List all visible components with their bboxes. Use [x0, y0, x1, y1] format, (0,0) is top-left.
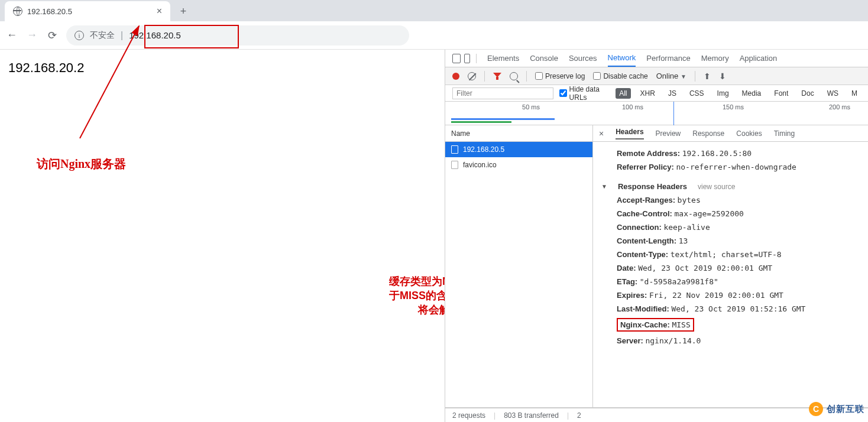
page-text: 192.168.20.2	[8, 60, 436, 76]
close-icon[interactable]: ×	[157, 6, 162, 17]
request-row-selected[interactable]: 192.168.20.5	[445, 142, 592, 157]
status-more: 2	[577, 411, 581, 420]
network-status-bar: 2 requests| 803 B transferred| 2	[445, 408, 868, 422]
network-filter-bar: Hide data URLs All XHR JS CSS Img Media …	[445, 85, 868, 102]
annotation-access-nginx: 访问Nginx服务器	[37, 156, 126, 172]
devtools-panel: Elements Console Sources Network Perform…	[445, 50, 868, 422]
dtab-preview[interactable]: Preview	[656, 129, 681, 138]
network-timeline[interactable]: 50 ms 100 ms 150 ms 200 ms	[445, 102, 868, 125]
tab-performance[interactable]: Performance	[646, 50, 690, 66]
response-headers-section[interactable]: ▼Response Headersview source	[601, 180, 860, 193]
online-dropdown[interactable]: Online ▼	[656, 72, 686, 80]
tab-title: 192.168.20.5	[27, 7, 152, 16]
detail-tabs: × Headers Preview Response Cookies Timin…	[593, 125, 868, 142]
filter-all[interactable]: All	[616, 88, 630, 99]
file-icon	[451, 161, 458, 169]
dtab-response[interactable]: Response	[692, 129, 724, 138]
request-detail: × Headers Preview Response Cookies Timin…	[593, 125, 868, 407]
download-icon[interactable]: ⬇	[719, 72, 726, 81]
browser-tab[interactable]: 192.168.20.5 ×	[5, 1, 170, 21]
back-button[interactable]: ←	[6, 29, 18, 41]
filter-css[interactable]: CSS	[686, 88, 708, 99]
search-icon[interactable]	[510, 72, 518, 80]
close-detail-icon[interactable]: ×	[599, 129, 604, 138]
filter-doc[interactable]: Doc	[798, 88, 817, 99]
status-requests: 2 requests	[452, 411, 485, 420]
filter-xhr[interactable]: XHR	[637, 88, 659, 99]
status-transferred: 803 B transferred	[504, 411, 559, 420]
filter-js[interactable]: JS	[665, 88, 680, 99]
headers-panel[interactable]: Remote Address: 192.168.20.5:80 Referrer…	[593, 142, 868, 407]
dtab-headers[interactable]: Headers	[616, 128, 643, 139]
hide-data-urls-checkbox[interactable]: Hide data URLs	[559, 85, 610, 102]
new-tab-button[interactable]: +	[175, 3, 192, 20]
filter-font[interactable]: Font	[770, 88, 792, 99]
network-toolbar: Preserve log Disable cache Online ▼ ⬆ ⬇	[445, 67, 868, 85]
network-main: Name 192.168.20.5 favicon.ico × Headers …	[445, 125, 868, 408]
watermark: C 创新互联	[809, 402, 864, 416]
device-toggle[interactable]	[452, 54, 477, 63]
tab-network[interactable]: Network	[608, 50, 636, 67]
filter-ws[interactable]: WS	[824, 88, 842, 99]
tab-console[interactable]: Console	[530, 50, 558, 66]
annotation-url-box	[144, 25, 239, 48]
preserve-log-checkbox[interactable]: Preserve log	[535, 72, 585, 80]
tab-elements[interactable]: Elements	[487, 50, 519, 66]
dtab-cookies[interactable]: Cookies	[736, 129, 762, 138]
view-source-link[interactable]: view source	[698, 183, 735, 191]
info-icon[interactable]: i	[75, 31, 84, 40]
watermark-icon: C	[809, 402, 823, 416]
file-icon	[451, 145, 458, 154]
request-list: Name 192.168.20.5 favicon.ico	[445, 125, 593, 407]
request-row[interactable]: favicon.ico	[445, 157, 592, 173]
upload-icon[interactable]: ⬆	[704, 72, 711, 81]
nginx-cache-highlight: Nginx-Cache: MISS	[617, 318, 694, 332]
triangle-icon: ▼	[601, 183, 607, 190]
separator: |	[121, 30, 123, 41]
security-warning: 不安全	[90, 30, 115, 41]
content-area: 192.168.20.2 访问Nginx服务器 缓存类型为MISS，关 于MIS…	[0, 50, 868, 422]
tab-application[interactable]: Application	[740, 50, 778, 66]
record-button[interactable]	[452, 73, 459, 80]
filter-input[interactable]	[452, 87, 553, 99]
filter-media[interactable]: Media	[739, 88, 765, 99]
filter-icon[interactable]	[493, 73, 501, 80]
forward-button[interactable]: →	[26, 29, 38, 41]
tab-memory[interactable]: Memory	[701, 50, 729, 66]
browser-toolbar: ← → ⟳ i 不安全 | 192.168.20.5	[0, 21, 868, 50]
filter-more[interactable]: M	[848, 88, 861, 99]
watermark-text: 创新互联	[827, 404, 864, 415]
column-name[interactable]: Name	[445, 125, 592, 142]
reload-button[interactable]: ⟳	[46, 29, 58, 42]
tab-strip: 192.168.20.5 × +	[0, 0, 868, 21]
devtools-tabs: Elements Console Sources Network Perform…	[445, 50, 868, 67]
filter-img[interactable]: Img	[714, 88, 733, 99]
globe-icon	[13, 7, 22, 16]
tab-sources[interactable]: Sources	[569, 50, 597, 66]
disable-cache-checkbox[interactable]: Disable cache	[593, 72, 647, 80]
dtab-timing[interactable]: Timing	[774, 129, 795, 138]
page-body: 192.168.20.2	[0, 50, 445, 422]
clear-button[interactable]	[468, 72, 476, 80]
